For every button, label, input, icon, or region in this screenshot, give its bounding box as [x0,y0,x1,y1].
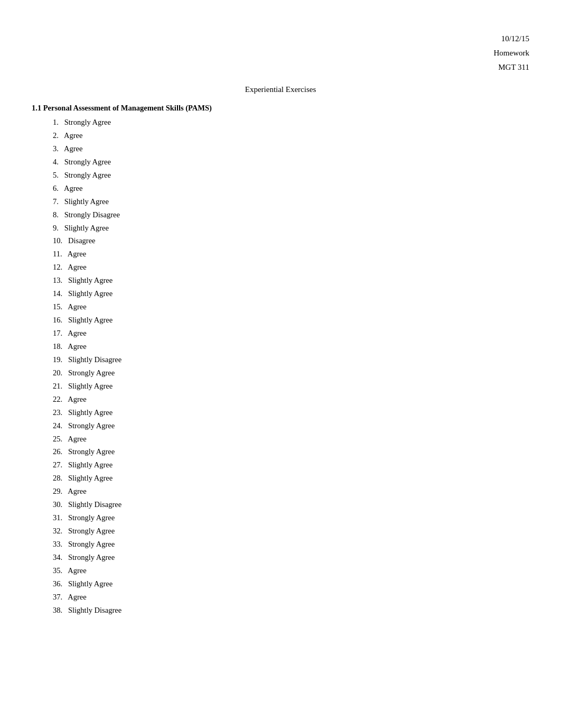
list-item: 8. Strongly Disagree [53,208,529,222]
list-item: 7. Slightly Agree [53,195,529,208]
list-item: 37. Agree [53,591,529,604]
answer-list: 1. Strongly Agree2. Agree3. Agree4. Stro… [32,116,529,617]
list-item: 24. Strongly Agree [53,419,529,432]
list-item: 14. Slightly Agree [53,287,529,300]
list-item: 26. Strongly Agree [53,445,529,458]
list-item: 36. Slightly Agree [53,577,529,591]
list-item: 9. Slightly Agree [53,222,529,235]
date-text: 10/12/15 [32,32,529,46]
header-block: 10/12/15 Homework MGT 311 [32,32,529,75]
list-item: 31. Strongly Agree [53,511,529,524]
course-text: MGT 311 [32,60,529,75]
list-item: 10. Disagree [53,234,529,247]
list-item: 32. Strongly Agree [53,524,529,538]
section-heading: 1.1 Personal Assessment of Management Sk… [32,104,529,113]
list-item: 20. Strongly Agree [53,366,529,380]
list-item: 3. Agree [53,142,529,155]
list-item: 1. Strongly Agree [53,116,529,129]
list-item: 6. Agree [53,182,529,195]
list-item: 25. Agree [53,432,529,446]
list-item: 13. Slightly Agree [53,274,529,287]
list-item: 29. Agree [53,485,529,498]
homework-text: Homework [32,46,529,60]
list-item: 22. Agree [53,393,529,406]
list-item: 30. Slightly Disagree [53,498,529,511]
list-item: 11. Agree [53,247,529,261]
list-item: 34. Strongly Agree [53,551,529,564]
list-item: 21. Slightly Agree [53,380,529,393]
list-item: 4. Strongly Agree [53,155,529,169]
list-item: 28. Slightly Agree [53,472,529,485]
list-item: 17. Agree [53,327,529,340]
list-item: 38. Slightly Disagree [53,604,529,617]
list-item: 23. Slightly Agree [53,406,529,419]
page-title: Experiential Exercises [32,85,529,94]
list-item: 15. Agree [53,300,529,314]
list-item: 5. Strongly Agree [53,169,529,182]
list-item: 16. Slightly Agree [53,314,529,327]
list-item: 35. Agree [53,564,529,577]
list-item: 19. Slightly Disagree [53,353,529,366]
list-item: 27. Slightly Agree [53,458,529,472]
list-item: 18. Agree [53,340,529,353]
list-item: 12. Agree [53,261,529,274]
list-item: 2. Agree [53,129,529,142]
list-item: 33. Strongly Agree [53,538,529,551]
